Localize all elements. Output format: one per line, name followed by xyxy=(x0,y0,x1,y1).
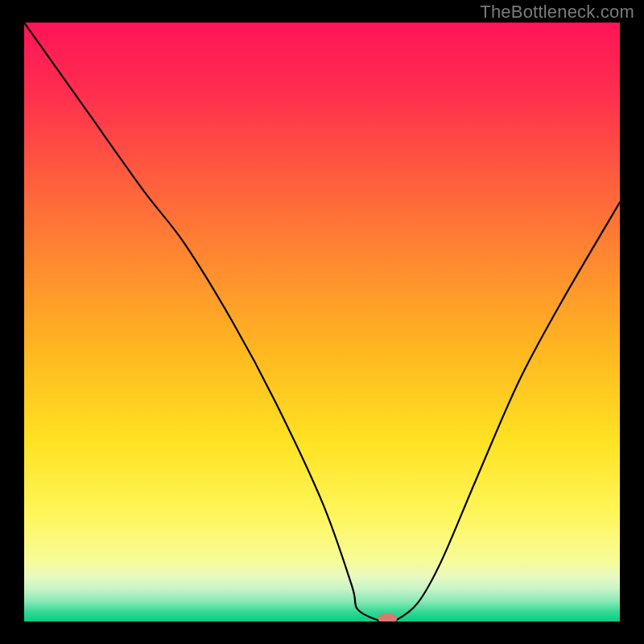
chart-svg xyxy=(24,23,620,621)
watermark-text: TheBottleneck.com xyxy=(480,2,634,23)
chart-frame: TheBottleneck.com xyxy=(0,0,644,644)
plot-area xyxy=(24,23,620,621)
gradient-rect xyxy=(24,23,620,621)
